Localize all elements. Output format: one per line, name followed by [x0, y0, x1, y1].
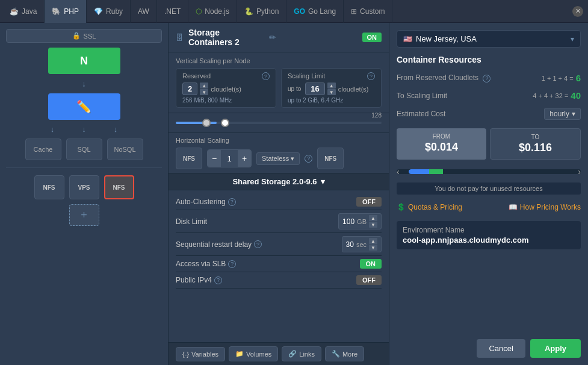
tab-ruby[interactable]: 💎 Ruby [87, 0, 131, 23]
sequential-unit: sec [356, 241, 367, 248]
cost-track: ‹ › [397, 169, 581, 174]
scaling-limit-stepper[interactable]: ▲ ▼ [327, 83, 336, 95]
upto-label: up to [288, 86, 301, 92]
auto-clustering-row: Auto-Clustering ? OFF [176, 194, 382, 210]
chevron-down-icon: ▾ [291, 155, 294, 163]
nfs-icon-right: NFS [317, 148, 344, 169]
shared-storage-bar[interactable]: Shared Storage 2.0-9.6 ▾ [169, 173, 389, 190]
disk-stepper[interactable]: ▲ ▼ [369, 215, 377, 228]
cache-node[interactable]: Cache [25, 139, 61, 160]
how-pricing-link[interactable]: 📖 How Pricing Works [509, 203, 581, 211]
add-node-button[interactable]: + [69, 204, 99, 226]
close-button[interactable]: ✕ [572, 6, 583, 17]
tab-java[interactable]: ☕ Java [2, 0, 45, 23]
horizontal-scaling-title: Horizontal Scaling [176, 137, 382, 144]
apply-button[interactable]: Apply [530, 339, 581, 358]
slider-thumb-left[interactable] [202, 119, 211, 127]
disk-limit-label: Disk Limit [176, 217, 207, 226]
flag-icon: 🇺🇸 [403, 35, 412, 43]
scaling-limit-box: Scaling Limit ? up to 16 ▲ ▼ cloudlet(s)… [281, 68, 382, 108]
pen-box[interactable]: ✏️ [48, 93, 120, 120]
sequential-restart-label: Sequential restart delay [176, 240, 252, 249]
from-help-icon[interactable]: ? [483, 75, 491, 83]
access-slb-help[interactable]: ? [228, 260, 236, 268]
access-slb-toggle[interactable]: ON [360, 259, 382, 269]
tab-nodejs[interactable]: ⬡ Node.js [188, 0, 237, 23]
public-ipv4-label: Public IPv4 [176, 276, 212, 284]
access-slb-row: Access via SLB ? ON [176, 256, 382, 272]
public-ipv4-toggle[interactable]: OFF [356, 275, 382, 285]
disk-unit: GB [357, 218, 367, 225]
slider-max-label: 128 [371, 112, 382, 119]
nosql-node[interactable]: NoSQL [107, 139, 143, 160]
price-from-value: $0.014 [401, 141, 481, 154]
nfs-node-2-selected[interactable]: NFS [104, 175, 134, 199]
dollar-icon: 💲 [397, 203, 406, 211]
decrease-node-count[interactable]: − [208, 150, 221, 167]
public-ipv4-help[interactable]: ? [214, 276, 222, 284]
cost-arrow-left[interactable]: ‹ [397, 167, 400, 176]
cost-arrow-right[interactable]: › [578, 167, 581, 176]
nfs-icon-left: NFS [176, 148, 202, 169]
sequential-stepper[interactable]: ▲ ▼ [369, 238, 377, 251]
horizontal-controls: NFS − 1 + Stateless ▾ ? NFS [176, 148, 382, 169]
edit-icon[interactable]: ✏ [269, 33, 276, 42]
cancel-button[interactable]: Cancel [477, 339, 525, 358]
node-count-control[interactable]: − 1 + [207, 149, 252, 167]
estimated-label: Estimated Cost [397, 110, 445, 118]
sql-node[interactable]: SQL [66, 139, 102, 160]
left-panel: 🔒 SSL N ↓ ✏️ ↓↓↓ Cache SQL NoSQL NFS VPS… [0, 23, 169, 365]
three-arrows: ↓↓↓ [51, 125, 118, 134]
nfs-row: NFS VPS NFS [34, 175, 134, 199]
cost-slider[interactable]: ‹ › [397, 169, 581, 174]
env-name-value: cool-app.nnjpaas.cloudmydc.com [403, 236, 575, 245]
tab-python[interactable]: 🐍 Python [237, 0, 286, 23]
to-highlight: 40 [571, 90, 581, 101]
tab-aw[interactable]: AW [131, 0, 157, 23]
sequential-control[interactable]: 30 sec ▲ ▼ [342, 236, 382, 252]
reserved-help-icon[interactable]: ? [262, 72, 270, 80]
disk-limit-control[interactable]: 100 GB ▲ ▼ [338, 213, 382, 229]
auto-clustering-help[interactable]: ? [228, 198, 236, 206]
from-label: From Reserved Cloudlets ? [397, 73, 491, 83]
region-label: New Jersey, USA [416, 34, 567, 43]
scaling-limit-subinfo: up to 2 GiB, 6.4 GHz [288, 97, 375, 104]
slider-thumb-right[interactable] [221, 119, 229, 127]
nfs-node-1[interactable]: NFS [34, 175, 64, 199]
region-selector[interactable]: 🇺🇸 New Jersey, USA ▾ [397, 30, 581, 48]
reserved-stepper[interactable]: ▲ ▼ [200, 83, 208, 95]
sequential-help[interactable]: ? [254, 240, 262, 248]
more-button[interactable]: 🔧 More [325, 346, 364, 361]
cloudlets-label-2: cloudlet(s) [338, 86, 369, 93]
scaling-slider[interactable]: 128 [176, 117, 382, 129]
scaling-limit-help-icon[interactable]: ? [367, 72, 375, 80]
volumes-button[interactable]: 📁 Volumes [229, 346, 278, 361]
price-to-box: TO $0.116 [490, 128, 581, 160]
quotas-pricing-link[interactable]: 💲 Quotas & Pricing [397, 203, 462, 211]
tab-custom[interactable]: ⊞ Custom [344, 0, 392, 23]
scaling-limit-value: 16 [305, 83, 324, 95]
to-formula: 4 + 4 + 32 = [533, 92, 568, 99]
vps-node[interactable]: VPS [69, 175, 99, 199]
auto-clustering-label: Auto-Clustering [176, 198, 226, 206]
arrow-down-1: ↓ [82, 79, 86, 89]
volumes-icon: 📁 [235, 350, 244, 358]
stateless-help-icon[interactable]: ? [305, 155, 312, 163]
links-button[interactable]: 🔗 Links [282, 346, 321, 361]
container-icon: 🗄 [176, 33, 184, 42]
links-icon: 🔗 [288, 350, 297, 358]
tab-php[interactable]: 🐘 PHP [45, 0, 87, 23]
hourly-select[interactable]: hourly ▾ [544, 108, 581, 120]
auto-clustering-toggle[interactable]: OFF [356, 197, 382, 207]
cloudlets-label-1: cloudlet(s) [211, 86, 241, 93]
stateless-dropdown[interactable]: Stateless ▾ [256, 152, 300, 165]
nginx-box[interactable]: N [48, 48, 120, 74]
to-label: To Scaling Limit [397, 92, 447, 100]
tab-lang[interactable]: GO Go Lang [286, 0, 344, 23]
main-content: 🔒 SSL N ↓ ✏️ ↓↓↓ Cache SQL NoSQL NFS VPS… [0, 23, 588, 365]
scaling-boxes: Reserved ? 2 ▲ ▼ cloudlet(s) 256 MiB, 80… [176, 68, 382, 108]
variables-button[interactable]: {-} Variables [176, 347, 225, 361]
tab-net[interactable]: .NET [157, 0, 188, 23]
increase-node-count[interactable]: + [238, 150, 251, 167]
ssl-label: 🔒 SSL [6, 29, 162, 43]
